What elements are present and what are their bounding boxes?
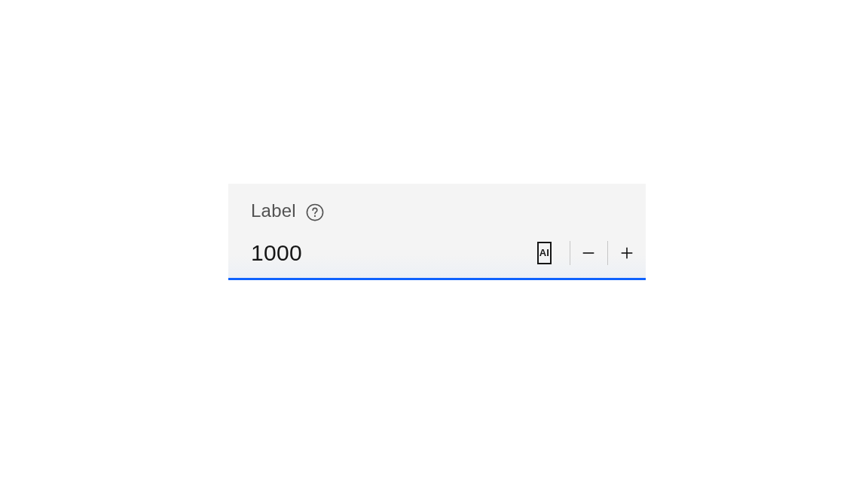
minus-icon [579, 243, 598, 263]
svg-rect-4 [626, 247, 628, 258]
value-input[interactable] [251, 227, 537, 278]
input-row: AI [228, 227, 646, 280]
number-input: Label AI [228, 184, 646, 280]
svg-rect-2 [583, 252, 594, 254]
help-icon[interactable] [305, 203, 325, 222]
input-label: Label [251, 200, 296, 221]
ai-button[interactable]: AI [537, 242, 552, 264]
ai-icon: AI [539, 248, 550, 258]
label-row: Label [228, 184, 646, 227]
svg-point-1 [314, 215, 316, 217]
increment-button[interactable] [608, 227, 646, 278]
plus-icon [617, 243, 637, 263]
decrement-button[interactable] [570, 227, 607, 278]
